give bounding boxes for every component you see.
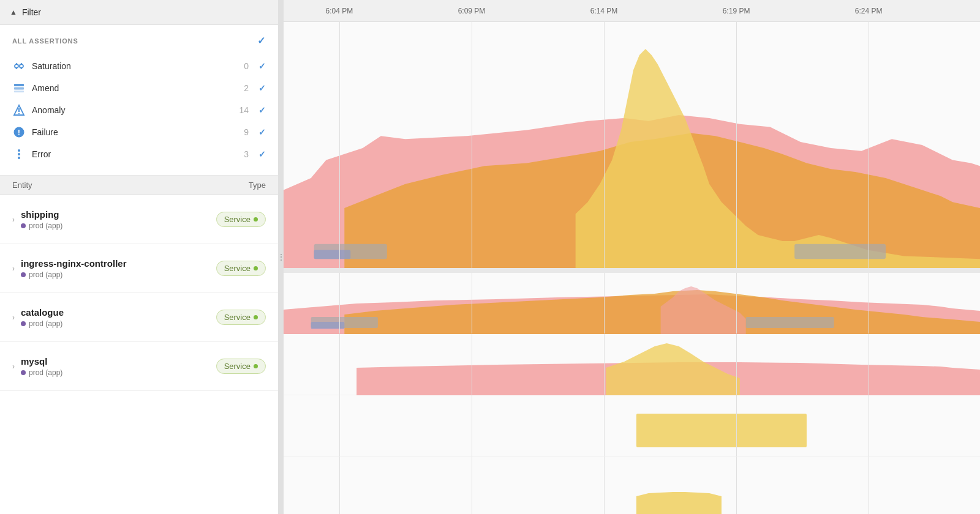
shipping-info: shipping prod (app): [21, 209, 216, 230]
mysql-service-label: Service: [224, 362, 251, 371]
chart-row-mysql: [284, 456, 980, 514]
mysql-grid-0: [339, 456, 340, 514]
grid-line-2: [604, 22, 605, 268]
catalogue-service-badge: Service: [216, 310, 266, 325]
shipping-grid-0: [339, 273, 340, 333]
ingress-name: ingress-nginx-controller: [21, 258, 216, 269]
type-col-header: Type: [249, 181, 266, 190]
shipping-name: shipping: [21, 209, 216, 220]
error-check[interactable]: ✓: [258, 149, 266, 159]
all-assertions-check[interactable]: ✓: [257, 35, 266, 47]
ingress-env: prod (app): [21, 270, 216, 279]
ingress-grid-0: [339, 334, 340, 395]
shipping-expand-icon[interactable]: ›: [12, 215, 15, 224]
shipping-grid-1: [472, 273, 472, 333]
catalogue-info: catalogue prod (app): [21, 307, 216, 328]
catalogue-grid-2: [604, 395, 605, 456]
catalogue-expand-icon[interactable]: ›: [12, 313, 15, 322]
overview-chart: [284, 22, 980, 273]
catalogue-grid-3: [736, 395, 737, 456]
panel-divider[interactable]: ⋮: [279, 0, 284, 514]
assertion-item-amend[interactable]: Amend 2 ✓: [12, 77, 266, 99]
svg-point-0: [15, 64, 18, 68]
ingress-grid-2: [604, 334, 605, 395]
entity-row-catalogue[interactable]: › catalogue prod (app) Service: [0, 293, 278, 342]
entity-col-header: Entity: [12, 181, 249, 190]
svg-rect-19: [794, 244, 886, 259]
svg-rect-7: [14, 88, 24, 90]
filter-header[interactable]: ▲ Filter: [0, 0, 278, 25]
catalogue-name: catalogue: [21, 307, 216, 318]
shipping-env: prod (app): [21, 222, 216, 230]
chart-row-catalogue: [284, 395, 980, 456]
entity-row-mysql[interactable]: › mysql prod (app) Service: [0, 342, 278, 391]
chart-rows-area: [284, 273, 980, 514]
main-container: ▲ Filter ALL ASSERTIONS ✓: [0, 0, 980, 514]
svg-point-15: [18, 149, 20, 152]
mysql-env-label: prod (app): [29, 368, 62, 377]
shipping-env-label: prod (app): [29, 222, 62, 230]
ingress-service-dot: [254, 266, 258, 270]
saturation-icon: [12, 59, 26, 73]
ingress-expand-icon[interactable]: ›: [12, 264, 15, 273]
grid-line-1: [472, 22, 472, 268]
mysql-env-dot: [21, 370, 26, 375]
failure-icon: !: [12, 125, 26, 139]
catalogue-grid-1: [472, 395, 472, 456]
entity-row-shipping[interactable]: › shipping prod (app) Service: [0, 195, 278, 244]
shipping-grid-4: [869, 273, 869, 333]
assertion-item-failure[interactable]: ! Failure 9 ✓: [12, 121, 266, 143]
mysql-expand-icon[interactable]: ›: [12, 362, 15, 371]
ingress-service-badge: Service: [216, 261, 266, 276]
amend-icon: [12, 81, 26, 95]
amend-check[interactable]: ✓: [258, 83, 266, 93]
catalogue-env: prod (app): [21, 319, 216, 328]
failure-label: Failure: [32, 127, 238, 137]
svg-point-17: [18, 157, 20, 159]
error-count: 3: [244, 149, 249, 159]
entity-type-header: Entity Type: [0, 176, 278, 195]
assertion-item-anomaly[interactable]: Anomaly 14 ✓: [12, 99, 266, 121]
mysql-service-badge: Service: [216, 359, 266, 374]
catalogue-env-dot: [21, 321, 26, 326]
catalogue-env-label: prod (app): [29, 319, 62, 328]
entity-list: › shipping prod (app) Service › ingre: [0, 195, 278, 514]
entity-row-ingress[interactable]: › ingress-nginx-controller prod (app) Se…: [0, 244, 278, 293]
svg-point-16: [18, 153, 20, 155]
left-panel: ▲ Filter ALL ASSERTIONS ✓: [0, 0, 279, 514]
saturation-check[interactable]: ✓: [258, 61, 266, 71]
mysql-grid-4: [869, 456, 869, 514]
mysql-grid-1: [472, 456, 472, 514]
ingress-svg: [284, 334, 980, 395]
catalogue-service-dot: [254, 315, 258, 319]
assertions-panel: ALL ASSERTIONS ✓ Saturation 0: [0, 25, 278, 176]
assertion-item-error[interactable]: Error 3 ✓: [12, 143, 266, 165]
anomaly-check[interactable]: ✓: [258, 105, 266, 115]
amend-count: 2: [244, 83, 249, 93]
ingress-info: ingress-nginx-controller prod (app): [21, 258, 216, 279]
ingress-env-dot: [21, 272, 26, 277]
catalogue-svg: [284, 395, 980, 456]
time-label-0: 6:04 PM: [326, 7, 353, 15]
failure-check[interactable]: ✓: [258, 127, 266, 137]
shipping-grid-2: [604, 273, 605, 333]
chart-row-shipping: [284, 273, 980, 334]
shipping-grid-3: [736, 273, 737, 333]
assertion-item-saturation[interactable]: Saturation 0 ✓: [12, 55, 266, 77]
svg-text:!: !: [18, 128, 20, 137]
filter-label: Filter: [22, 7, 41, 17]
ingress-service-label: Service: [224, 264, 251, 273]
ingress-env-label: prod (app): [29, 270, 62, 279]
chart-row-ingress: [284, 334, 980, 395]
saturation-label: Saturation: [32, 61, 238, 71]
right-panel: 6:04 PM 6:09 PM 6:14 PM 6:19 PM 6:24 PM: [284, 0, 980, 514]
mysql-service-dot: [254, 364, 258, 368]
svg-point-11: [18, 113, 20, 114]
amend-label: Amend: [32, 83, 238, 93]
assertions-title: ALL ASSERTIONS ✓: [12, 35, 266, 47]
svg-rect-20: [314, 250, 351, 259]
anomaly-count: 14: [239, 105, 249, 115]
ingress-grid-1: [472, 334, 472, 395]
shipping-service-dot: [254, 217, 258, 222]
grid-line-4: [869, 22, 869, 268]
